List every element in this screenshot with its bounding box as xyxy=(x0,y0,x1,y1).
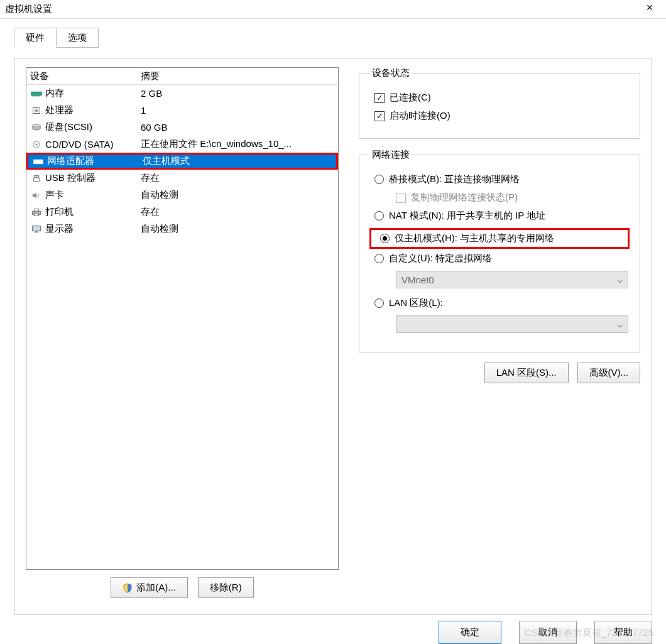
radio-custom[interactable]: 自定义(U): 特定虚拟网络 xyxy=(374,253,630,265)
close-icon[interactable]: × xyxy=(637,1,662,18)
radio-icon xyxy=(374,254,384,263)
svg-rect-14 xyxy=(34,175,38,178)
row-summary: 正在使用文件 E:\cn_windows_10_... xyxy=(138,138,338,150)
row-label: 网络适配器 xyxy=(47,155,94,167)
device-row-memory[interactable]: 内存 2 GB xyxy=(26,85,338,102)
svg-rect-3 xyxy=(35,95,36,96)
radio-host-only[interactable]: 仅主机模式(H): 与主机共享的专用网络 xyxy=(380,232,624,244)
panel-frame: 设备 摘要 内存 2 GB 处理器 1 硬盘(SCSI) 60 GB CD/DV… xyxy=(14,58,652,615)
svg-rect-12 xyxy=(35,161,37,163)
network-connection-legend: 网络连接 xyxy=(369,149,412,161)
add-button[interactable]: 添加(A)... xyxy=(111,577,188,598)
check-icon xyxy=(396,193,406,203)
check-icon: ✓ xyxy=(374,111,385,121)
svg-rect-15 xyxy=(34,178,40,181)
svg-rect-5 xyxy=(39,95,40,96)
device-row-cpu[interactable]: 处理器 1 xyxy=(26,102,338,119)
window-title: 虚拟机设置 xyxy=(5,3,52,15)
host-only-highlight: 仅主机模式(H): 与主机共享的专用网络 xyxy=(369,228,630,249)
row-label: 声卡 xyxy=(45,189,64,201)
radio-bridged[interactable]: 桥接模式(B): 直接连接物理网络 xyxy=(374,173,630,185)
remove-button-label: 移除(R) xyxy=(210,582,242,594)
radio-host-only-label: 仅主机模式(H): 与主机共享的专用网络 xyxy=(395,232,554,244)
row-summary: 2 GB xyxy=(138,88,338,99)
row-summary: 存在 xyxy=(138,206,338,218)
device-row-cd[interactable]: CD/DVD (SATA) 正在使用文件 E:\cn_windows_10_..… xyxy=(26,136,338,153)
usb-icon xyxy=(30,173,43,184)
remove-button[interactable]: 移除(R) xyxy=(198,577,254,598)
ok-button[interactable]: 确定 xyxy=(439,621,501,644)
tab-options[interactable]: 选项 xyxy=(56,28,99,48)
radio-icon xyxy=(380,234,390,243)
advanced-button[interactable]: 高级(V)... xyxy=(577,363,641,383)
display-icon xyxy=(30,224,43,235)
printer-icon xyxy=(30,207,43,218)
device-list[interactable]: 设备 摘要 内存 2 GB 处理器 1 硬盘(SCSI) 60 GB CD/DV… xyxy=(26,67,339,570)
svg-rect-4 xyxy=(37,95,38,96)
row-label: CD/DVD (SATA) xyxy=(45,139,114,150)
svg-rect-1 xyxy=(32,95,33,96)
svg-point-10 xyxy=(36,143,38,145)
row-summary: 60 GB xyxy=(138,122,338,133)
svg-rect-0 xyxy=(31,92,41,95)
lan-segment-select: ⌵ xyxy=(396,315,628,333)
connect-on-start-label: 启动时连接(O) xyxy=(390,110,450,122)
header-device[interactable]: 设备 xyxy=(26,70,138,82)
svg-rect-13 xyxy=(38,161,40,163)
row-label: 处理器 xyxy=(45,104,74,116)
device-row-printer[interactable]: 打印机 存在 xyxy=(26,204,338,221)
device-row-usb[interactable]: USB 控制器 存在 xyxy=(26,170,338,187)
device-status-legend: 设备状态 xyxy=(369,67,412,79)
row-label: USB 控制器 xyxy=(45,172,96,184)
radio-lan-segment-label: LAN 区段(L): xyxy=(389,297,443,309)
connect-on-start-checkbox[interactable]: ✓ 启动时连接(O) xyxy=(374,110,630,122)
device-row-sound[interactable]: 声卡 自动检测 xyxy=(26,187,338,204)
add-button-label: 添加(A)... xyxy=(136,582,176,594)
svg-rect-7 xyxy=(35,109,38,112)
memory-icon xyxy=(30,88,43,99)
row-label: 打印机 xyxy=(45,206,74,218)
cpu-icon xyxy=(30,105,43,116)
row-label: 硬盘(SCSI) xyxy=(45,121,92,133)
cancel-button[interactable]: 取消 xyxy=(519,621,577,644)
radio-nat[interactable]: NAT 模式(N): 用于共享主机的 IP 地址 xyxy=(374,210,630,222)
row-summary: 仅主机模式 xyxy=(140,155,336,167)
radio-custom-label: 自定义(U): 特定虚拟网络 xyxy=(389,253,492,265)
sound-icon xyxy=(30,190,43,201)
connected-checkbox[interactable]: ✓ 已连接(C) xyxy=(374,92,630,104)
device-row-network[interactable]: 网络适配器 仅主机模式 xyxy=(26,153,338,170)
svg-rect-18 xyxy=(34,213,38,216)
shield-icon xyxy=(123,583,133,593)
radio-icon xyxy=(374,175,384,184)
check-icon: ✓ xyxy=(374,93,385,103)
svg-rect-21 xyxy=(34,232,38,232)
radio-icon xyxy=(374,211,384,221)
cd-icon xyxy=(30,139,43,150)
radio-nat-label: NAT 模式(N): 用于共享主机的 IP 地址 xyxy=(389,210,545,222)
chevron-down-icon: ⌵ xyxy=(617,274,623,285)
device-status-group: 设备状态 ✓ 已连接(C) ✓ 启动时连接(O) xyxy=(359,67,640,139)
row-summary: 存在 xyxy=(138,172,338,184)
replicate-checkbox: 复制物理网络连接状态(P) xyxy=(396,192,630,204)
svg-rect-19 xyxy=(33,226,41,231)
radio-bridged-label: 桥接模式(B): 直接连接物理网络 xyxy=(389,173,520,185)
device-list-header: 设备 摘要 xyxy=(26,68,338,85)
tab-hardware[interactable]: 硬件 xyxy=(14,28,57,48)
radio-lan-segment[interactable]: LAN 区段(L): xyxy=(374,297,630,309)
network-icon xyxy=(32,156,45,167)
device-row-display[interactable]: 显示器 自动检测 xyxy=(26,221,338,237)
header-summary[interactable]: 摘要 xyxy=(138,70,338,82)
row-label: 显示器 xyxy=(45,223,74,235)
replicate-label: 复制物理网络连接状态(P) xyxy=(411,192,518,204)
lan-segments-button[interactable]: LAN 区段(S)... xyxy=(484,363,569,383)
network-connection-group: 网络连接 桥接模式(B): 直接连接物理网络 复制物理网络连接状态(P) NAT… xyxy=(359,149,640,352)
disk-icon xyxy=(30,122,43,133)
help-button[interactable]: 帮助 xyxy=(594,621,652,644)
connected-label: 已连接(C) xyxy=(390,92,431,104)
row-summary: 自动检测 xyxy=(138,223,338,235)
svg-rect-2 xyxy=(34,95,35,96)
row-summary: 1 xyxy=(138,105,338,116)
svg-rect-17 xyxy=(34,209,38,211)
titlebar: 虚拟机设置 × xyxy=(0,0,666,19)
device-row-disk[interactable]: 硬盘(SCSI) 60 GB xyxy=(26,119,338,136)
